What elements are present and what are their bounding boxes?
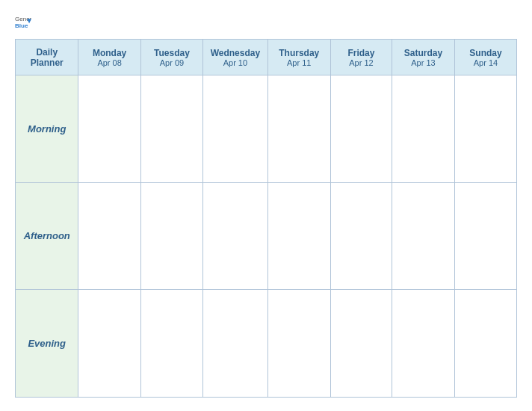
col-day-wednesday: WednesdayApr 10	[203, 40, 267, 75]
cell-afternoon-thursday	[267, 182, 330, 290]
cell-morning-sunday	[454, 75, 516, 183]
col-day-saturday: SaturdayApr 13	[392, 40, 454, 75]
cell-afternoon-sunday	[454, 182, 516, 290]
cell-evening-saturday	[392, 290, 454, 398]
general-blue-icon: General Blue	[15, 13, 31, 30]
col-label-header: Daily Planner	[16, 40, 78, 75]
table-row: Afternoon	[16, 182, 517, 290]
row-label-morning: Morning	[16, 75, 78, 183]
cell-afternoon-wednesday	[203, 182, 267, 290]
svg-text:Blue: Blue	[15, 22, 28, 29]
row-label-evening: Evening	[16, 290, 78, 398]
cell-afternoon-friday	[330, 182, 392, 290]
col-day-sunday: SundayApr 14	[454, 40, 516, 75]
cell-evening-monday	[78, 290, 140, 398]
cell-evening-wednesday	[203, 290, 267, 398]
col-day-tuesday: TuesdayApr 09	[140, 40, 203, 75]
col-day-monday: MondayApr 08	[78, 40, 140, 75]
cell-evening-thursday	[267, 290, 330, 398]
col-day-friday: FridayApr 12	[330, 40, 392, 75]
cell-afternoon-monday	[78, 182, 140, 290]
cell-evening-sunday	[454, 290, 516, 398]
cell-morning-tuesday	[140, 75, 203, 183]
table-row: Evening	[16, 290, 517, 398]
cell-morning-wednesday	[203, 75, 267, 183]
cell-morning-friday	[330, 75, 392, 183]
logo: General Blue	[15, 13, 31, 30]
cell-afternoon-tuesday	[140, 182, 203, 290]
row-label-afternoon: Afternoon	[16, 182, 78, 290]
daily-planner-label: Daily Planner	[19, 47, 75, 68]
cell-evening-tuesday	[140, 290, 203, 398]
header-row: Daily PlannerMondayApr 08TuesdayApr 09We…	[16, 40, 517, 75]
cell-morning-monday	[78, 75, 140, 183]
header: General Blue	[15, 13, 517, 30]
cell-evening-friday	[330, 290, 392, 398]
calendar-header: Daily PlannerMondayApr 08TuesdayApr 09We…	[16, 40, 517, 75]
table-row: Morning	[16, 75, 517, 183]
cell-morning-thursday	[267, 75, 330, 183]
calendar-body: MorningAfternoonEvening	[16, 75, 517, 398]
cell-afternoon-saturday	[392, 182, 454, 290]
calendar-table: Daily PlannerMondayApr 08TuesdayApr 09We…	[15, 39, 517, 398]
cell-morning-saturday	[392, 75, 454, 183]
col-day-thursday: ThursdayApr 11	[267, 40, 330, 75]
